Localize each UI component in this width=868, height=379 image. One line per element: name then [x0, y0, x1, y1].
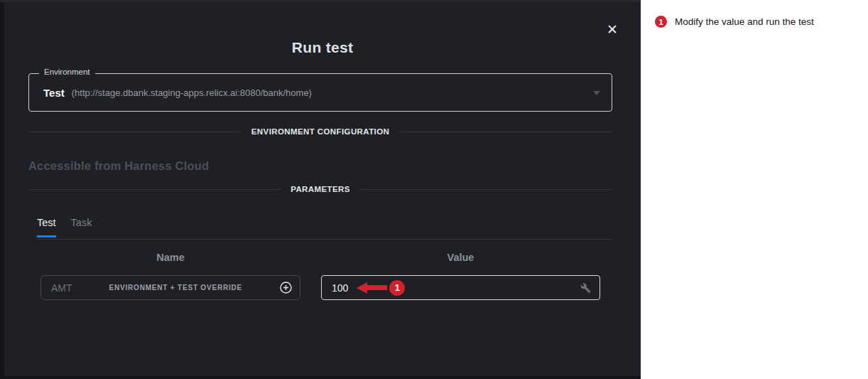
environment-configuration-heading: ENVIRONMENT CONFIGURATION	[242, 127, 399, 136]
column-header-value: Value	[321, 252, 600, 263]
tab-task[interactable]: Task	[71, 214, 92, 237]
access-note: Accessible from Harness Cloud	[28, 159, 209, 173]
parameter-name: AMT	[51, 282, 72, 294]
parameters-divider: PARAMETERS	[28, 183, 612, 195]
step-text: Modify the value and run the test	[675, 15, 814, 28]
add-parameter-icon[interactable]	[279, 281, 293, 294]
column-header-name: Name	[40, 252, 300, 263]
divider-line	[360, 189, 612, 190]
close-icon[interactable]: ✕	[604, 21, 621, 38]
divider-line	[28, 189, 281, 190]
parameters-heading: PARAMETERS	[281, 185, 360, 193]
annotation-arrow-icon	[357, 282, 387, 294]
instruction-step: 1 Modify the value and run the test	[641, 0, 868, 28]
override-badge: ENVIRONMENT + TEST OVERRIDE	[72, 284, 279, 292]
tab-test[interactable]: Test	[37, 214, 56, 237]
annotation-step-badge: 1	[389, 280, 405, 296]
environment-label: Environment	[39, 68, 95, 76]
divider-line	[28, 132, 242, 132]
divider-line	[399, 132, 612, 132]
screen: ✕ Run test Environment Test (http://stag…	[0, 0, 868, 379]
environment-selected-url: (http://stage.dbank.staging-apps.relicx.…	[72, 87, 312, 98]
environment-configuration-divider: ENVIRONMENT CONFIGURATION	[28, 126, 612, 137]
parameter-name-field[interactable]: AMT ENVIRONMENT + TEST OVERRIDE	[40, 275, 300, 300]
parameter-value: 100	[332, 282, 348, 294]
chevron-down-icon	[593, 91, 600, 95]
environment-selected-name: Test	[43, 87, 65, 99]
environment-select[interactable]: Environment Test (http://stage.dbank.sta…	[28, 73, 612, 112]
run-test-dialog: ✕ Run test Environment Test (http://stag…	[4, 2, 641, 376]
step-number-badge: 1	[655, 16, 667, 28]
parameter-tabs: Test Task	[37, 214, 612, 240]
instructions-panel: 1 Modify the value and run the test	[641, 0, 868, 379]
wrench-icon[interactable]	[580, 282, 591, 293]
parameter-value-field[interactable]: 100 1	[321, 275, 600, 300]
dialog-title: Run test	[4, 39, 641, 56]
